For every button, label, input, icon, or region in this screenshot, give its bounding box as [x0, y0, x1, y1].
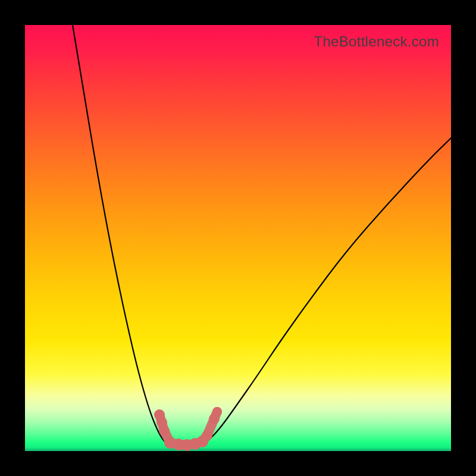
baseline-stripe [25, 449, 451, 451]
marker-dot [212, 407, 222, 416]
curve-right-curve [199, 138, 451, 446]
chart-frame: TheBottleneck.com [0, 0, 476, 476]
curve-left-curve [73, 25, 177, 446]
plot-area: TheBottleneck.com [25, 25, 451, 451]
marker-group [154, 407, 222, 451]
marker-dot [202, 430, 212, 441]
chart-svg [25, 25, 451, 451]
curve-group [73, 25, 451, 447]
marker-dot [159, 425, 170, 436]
